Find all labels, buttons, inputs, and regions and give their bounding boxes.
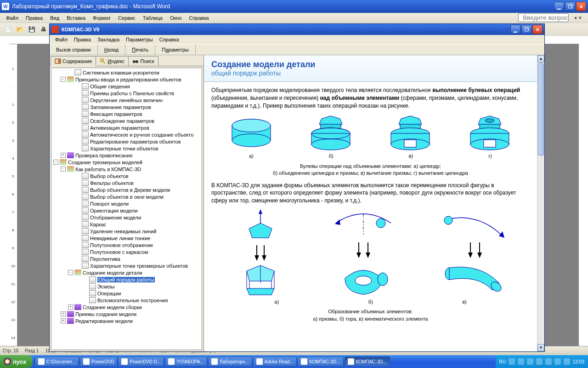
taskbar-item[interactable]: КОМПАС-3D... [345, 356, 390, 367]
taskbar-item[interactable]: PowerDVD D... [118, 356, 164, 367]
expand-toggle[interactable]: - [53, 160, 58, 165]
expand-toggle[interactable]: + [68, 305, 73, 310]
tree-item[interactable]: Характерные точки объектов [52, 145, 201, 152]
kmenu-bookmark[interactable]: Закладка [95, 36, 122, 43]
kompas-minimize-button[interactable]: ▁ [510, 25, 520, 34]
tree-item[interactable]: Полутоновое с каркасом [52, 248, 201, 255]
maximize-button[interactable]: ❐ [565, 2, 575, 11]
tree-item[interactable]: Отображение модели [52, 214, 201, 221]
menu-file[interactable]: Файл [3, 14, 22, 22]
tree-item[interactable]: Каркас [52, 221, 201, 228]
tree-item[interactable]: Фиксация параметров [52, 110, 201, 117]
tb-back[interactable]: Назад [98, 45, 126, 55]
taskbar-item[interactable]: КОМПАС-3D... [298, 356, 343, 367]
expand-toggle[interactable]: + [61, 311, 66, 316]
tray-icon[interactable] [509, 358, 515, 365]
minimize-button[interactable]: ▁ [554, 2, 564, 11]
tab-index[interactable]: Индекс [96, 56, 129, 66]
ask-question-input[interactable] [518, 13, 569, 22]
system-tray[interactable]: RU 12:03 [496, 355, 588, 368]
tab-search[interactable]: Поиск [128, 56, 158, 66]
menu-edit[interactable]: Правка [23, 14, 46, 22]
tree-item[interactable]: Перспектива [52, 255, 201, 262]
start-button[interactable]: пуск [0, 355, 33, 368]
tree-item[interactable]: Общий порядок работы [52, 276, 201, 283]
expand-toggle[interactable]: - [61, 77, 66, 82]
open-button[interactable]: 📂 [15, 24, 25, 34]
scroll-thumb[interactable] [538, 63, 544, 155]
menu-table[interactable]: Таблица [140, 14, 166, 22]
menu-help[interactable]: Справка [186, 14, 212, 22]
tree-item[interactable]: Поворот модели [52, 200, 201, 207]
tray-icon[interactable] [554, 358, 561, 365]
vertical-ruler[interactable]: ·1·1234567891011121314151617 [9, 44, 17, 348]
tray-icon[interactable] [564, 358, 570, 365]
expand-toggle[interactable]: + [61, 153, 66, 158]
scroll-up-button[interactable]: ▲ [537, 55, 544, 63]
tray-icon[interactable] [518, 358, 524, 365]
expand-toggle[interactable]: - [61, 167, 66, 172]
tb-options[interactable]: Параметры [155, 45, 196, 55]
tb-call-help[interactable]: Вызов справки [50, 45, 98, 55]
tree-item[interactable]: -Как работать в КОМПАС-3D [52, 166, 201, 172]
tree-item[interactable]: Операции [52, 290, 201, 297]
tree-item[interactable]: Эскизы [52, 283, 201, 290]
tree-item[interactable]: Округление линейных величин [52, 97, 201, 104]
kmenu-params[interactable]: Параметры [123, 36, 156, 43]
tree-item[interactable]: Системные клавиши-ускорители [52, 69, 201, 76]
tree-item[interactable]: +Создание модели сборки [52, 304, 201, 310]
tree-item[interactable]: Запоминание параметров [52, 104, 201, 110]
kmenu-help[interactable]: Справка [157, 36, 182, 43]
save-button[interactable]: 💾 [27, 24, 37, 34]
tray-icon[interactable] [545, 358, 552, 365]
tree-item[interactable]: -Принципы ввода и редактирования объекто… [52, 76, 201, 83]
tree-item[interactable]: Фильтры объектов [52, 179, 201, 186]
menu-view[interactable]: Вид [47, 14, 62, 22]
tb-print[interactable]: Печать [125, 45, 155, 55]
content-scrollbar[interactable]: ▲ ▼ [537, 55, 544, 351]
word-titlebar[interactable]: W Лабораторный практикум_Комп_графика.do… [0, 0, 588, 13]
tree-item[interactable]: Вспомогательные построения [52, 297, 201, 304]
taskbar-item[interactable]: !!!!ЛАБОРА... [165, 356, 207, 367]
tree-item[interactable]: -Создание модели детали [52, 269, 201, 276]
close-button[interactable]: ✕ [576, 2, 586, 11]
tree-item[interactable]: Автоматическое и ручное создание объекто [52, 131, 201, 138]
menu-window[interactable]: Окно [167, 14, 185, 22]
menu-insert[interactable]: Вставка [63, 14, 89, 22]
tree-item[interactable]: Удаление невидимых линий [52, 228, 201, 235]
kompas-titlebar[interactable]: КОМПАС-3D V9 ▁ ❐ ✕ [50, 24, 544, 35]
tree-item[interactable]: +Проверка правописания [52, 152, 201, 159]
tree-item[interactable]: +Редактирование модели [52, 317, 201, 324]
kompas-maximize-button[interactable]: ❐ [521, 25, 531, 34]
contents-tree[interactable]: Системные клавиши-ускорители-Принципы вв… [51, 68, 202, 350]
tree-item[interactable]: Приемы работы с Панелью свойств [52, 90, 201, 97]
kompas-close-button[interactable]: ✕ [532, 25, 543, 34]
tree-item[interactable]: -Создание трехмерных моделей [52, 159, 201, 166]
tree-item[interactable]: Освобождение параметров [52, 117, 201, 124]
tab-contents[interactable]: Содержание [51, 56, 96, 66]
tree-item[interactable]: Редактирование параметров объектов [52, 138, 201, 145]
tree-item[interactable]: Ориентация модели [52, 207, 201, 214]
taskbar-item[interactable]: Лабораторн... [208, 356, 252, 367]
tree-item[interactable]: Выбор объектов в Дереве модели [52, 186, 201, 193]
tree-item[interactable]: Активизация параметров [52, 124, 201, 131]
print-button[interactable]: 🖶 [39, 24, 49, 34]
tree-item[interactable]: Общие сведения [52, 83, 201, 90]
tray-icon[interactable] [527, 358, 533, 365]
tree-item[interactable]: Характерные точки трехмерных объектов [52, 262, 201, 269]
taskbar-item[interactable]: PowerDVD [80, 356, 117, 367]
menu-tools[interactable]: Сервис [115, 14, 139, 22]
tray-icon[interactable] [536, 358, 543, 365]
tree-item[interactable]: +Приемы создания модели [52, 310, 201, 317]
taskbar-item[interactable]: Adobe Read... [253, 356, 297, 367]
kmenu-file[interactable]: Файл [52, 36, 70, 43]
language-indicator[interactable]: RU [499, 359, 506, 364]
tree-item[interactable]: Выбор объектов в окне модели [52, 193, 201, 200]
taskbar-item[interactable]: C:\Documen... [35, 356, 79, 367]
clock[interactable]: 12:03 [573, 359, 584, 364]
tree-item[interactable]: Полутоновое отображение [52, 242, 201, 248]
tree-item[interactable]: Невидимые линии тонкие [52, 235, 201, 242]
tree-item[interactable]: Выбор объектов [52, 172, 201, 179]
scroll-down-button[interactable]: ▼ [537, 344, 544, 351]
menu-format[interactable]: Формат [90, 14, 114, 22]
